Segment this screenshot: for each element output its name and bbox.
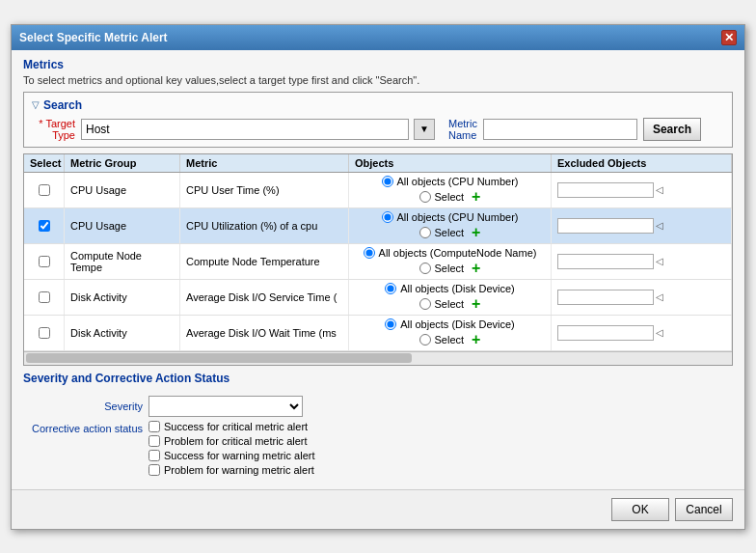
row3-checkbox[interactable] [39, 256, 50, 267]
row5-objects: All objects (Disk Device) Select + [349, 316, 552, 350]
check-row-2: Problem for critical metric alert [148, 435, 315, 447]
table-row: CPU Usage CPU User Time (%) All objects … [24, 173, 732, 208]
row2-excluded-arrow[interactable]: ◁ [656, 220, 663, 231]
th-objects: Objects [349, 154, 552, 172]
row5-group: Disk Activity [65, 316, 180, 350]
row4-excluded: ◁ [552, 280, 732, 315]
row5-excluded-input[interactable] [557, 325, 654, 341]
row2-select [24, 208, 65, 243]
row1-add-button[interactable]: + [472, 189, 480, 205]
row4-excluded-arrow[interactable]: ◁ [656, 291, 663, 302]
metric-name-input[interactable] [483, 119, 637, 140]
row3-select-radio[interactable] [419, 263, 431, 274]
table-header: Select Metric Group Metric Objects Exclu… [24, 154, 732, 173]
th-metric-group: Metric Group [65, 154, 180, 172]
cancel-button[interactable]: Cancel [675, 498, 733, 521]
dialog-titlebar: Select Specific Metric Alert ✕ [12, 25, 744, 50]
dialog: Select Specific Metric Alert ✕ Metrics T… [11, 24, 745, 530]
severity-section: Severity and Corrective Action Status Se… [23, 372, 733, 476]
row2-excluded: ◁ [552, 208, 732, 243]
check-problem-critical[interactable] [148, 435, 160, 447]
row3-excluded-arrow[interactable]: ◁ [656, 256, 663, 266]
table-row: Compute Node Tempe Compute Node Temperat… [24, 244, 732, 280]
row3-add-button[interactable]: + [472, 261, 480, 276]
row5-checkbox[interactable] [39, 327, 50, 339]
row4-select-radio[interactable] [419, 298, 431, 310]
row1-excluded-input[interactable] [557, 182, 654, 198]
table-row: Disk Activity Average Disk I/O Wait Time… [24, 316, 732, 351]
check-row-1: Success for critical metric alert [148, 421, 315, 432]
row5-add-button[interactable]: + [472, 332, 480, 347]
check-label-2: Problem for critical metric alert [164, 435, 308, 447]
row5-excluded-arrow[interactable]: ◁ [656, 327, 663, 338]
metrics-table: Select Metric Group Metric Objects Exclu… [23, 153, 733, 366]
row5-metric: Average Disk I/O Wait Time (ms [180, 316, 349, 350]
metrics-title: Metrics [23, 58, 733, 71]
row4-all-radio[interactable] [385, 283, 396, 294]
row5-select [24, 316, 65, 350]
check-success-warning[interactable] [148, 450, 160, 461]
row3-excluded-input[interactable] [557, 254, 654, 269]
corrective-label: Corrective action status [23, 421, 148, 434]
row4-excluded-input[interactable] [557, 290, 654, 305]
target-type-input[interactable] [81, 119, 409, 140]
th-select: Select [24, 154, 65, 172]
row3-excluded: ◁ [552, 244, 732, 279]
corrective-row: Corrective action status Success for cri… [23, 421, 733, 476]
dialog-body: Metrics To select metrics and optional k… [12, 50, 744, 489]
row4-checkbox[interactable] [39, 291, 50, 303]
h-scrollbar-thumb[interactable] [26, 353, 412, 363]
row4-group: Disk Activity [65, 280, 180, 315]
row4-metric: Average Disk I/O Service Time ( [180, 280, 349, 315]
ok-button[interactable]: OK [611, 498, 669, 521]
search-row: * TargetType ▼ MetricName Search [32, 118, 724, 141]
severity-row: Severity Critical Warning Info [23, 396, 733, 417]
h-scrollbar[interactable] [24, 351, 732, 365]
row1-all-radio[interactable] [382, 176, 393, 187]
row1-select-label: Select [435, 191, 465, 203]
row3-all-radio[interactable] [364, 247, 375, 259]
check-row-4: Problem for warning metric alert [148, 464, 315, 476]
row3-group: Compute Node Tempe [65, 244, 180, 279]
severity-section-title: Severity and Corrective Action Status [23, 372, 733, 385]
close-button[interactable]: ✕ [721, 30, 737, 45]
check-success-critical[interactable] [148, 421, 160, 432]
row2-group: CPU Usage [65, 208, 180, 243]
row1-metric: CPU User Time (%) [180, 173, 349, 207]
search-section: ▽ Search * TargetType ▼ MetricName Searc… [23, 92, 733, 148]
dialog-footer: OK Cancel [12, 489, 744, 529]
target-type-dropdown-arrow[interactable]: ▼ [414, 119, 435, 140]
check-label-1: Success for critical metric alert [164, 421, 308, 432]
row1-checkbox[interactable] [39, 184, 50, 196]
check-problem-warning[interactable] [148, 464, 160, 476]
row4-objects: All objects (Disk Device) Select + [349, 280, 552, 315]
check-label-3: Success for warning metric alert [164, 450, 315, 461]
row3-metric: Compute Node Temperature [180, 244, 349, 279]
row5-all-label: All objects (Disk Device) [400, 318, 515, 330]
row2-excluded-input[interactable] [557, 218, 654, 234]
search-section-header: ▽ Search [32, 98, 724, 112]
row3-objects: All objects (ComputeNode Name) Select + [349, 244, 552, 279]
row2-select-label: Select [435, 227, 465, 238]
collapse-icon[interactable]: ▽ [32, 99, 40, 110]
row5-select-radio[interactable] [419, 334, 431, 346]
row1-select [24, 173, 65, 207]
row1-excluded-arrow[interactable]: ◁ [656, 184, 663, 195]
table-row: Disk Activity Average Disk I/O Service T… [24, 280, 732, 316]
row1-excluded: ◁ [552, 173, 732, 207]
dialog-title: Select Specific Metric Alert [19, 31, 168, 44]
th-excluded-objects: Excluded Objects [552, 154, 732, 172]
severity-select[interactable]: Critical Warning Info [148, 396, 303, 417]
row2-metric: CPU Utilization (%) of a cpu [180, 208, 349, 243]
table-row: CPU Usage CPU Utilization (%) of a cpu A… [24, 208, 732, 244]
row2-select-radio[interactable] [419, 227, 431, 238]
row4-add-button[interactable]: + [472, 296, 480, 312]
row1-all-label: All objects (CPU Number) [397, 176, 519, 187]
row5-all-radio[interactable] [385, 318, 396, 330]
row3-all-label: All objects (ComputeNode Name) [379, 247, 537, 259]
row1-select-radio[interactable] [419, 191, 431, 203]
row2-add-button[interactable]: + [472, 225, 480, 240]
row2-checkbox[interactable] [39, 220, 50, 232]
search-button[interactable]: Search [643, 118, 701, 141]
row2-all-radio[interactable] [382, 211, 393, 223]
